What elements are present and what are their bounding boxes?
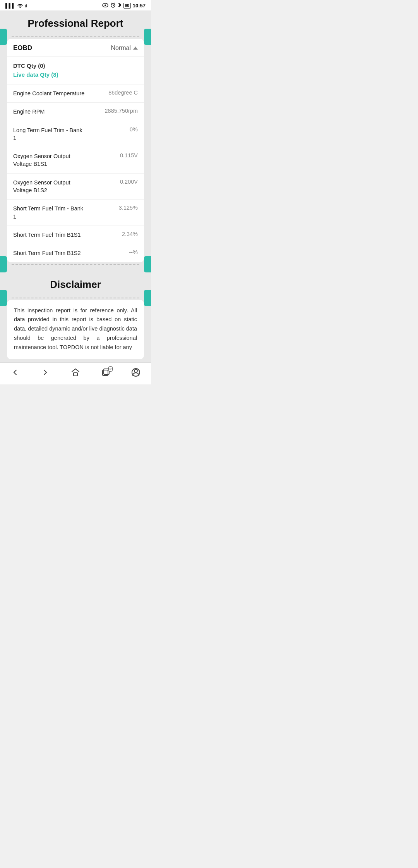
tabs-button[interactable]: 2 xyxy=(97,367,115,381)
wifi-icon xyxy=(17,3,23,9)
live-data-label: Long Term Fuel Trim - Bank 1 xyxy=(13,126,86,142)
svg-line-6 xyxy=(114,3,115,3)
disclaimer-title: Disclaimer xyxy=(0,272,151,296)
page-title: Professional Report xyxy=(0,10,151,35)
battery-icon: 90 xyxy=(123,3,131,9)
live-qty-label: Live data Qty (8) xyxy=(13,71,138,78)
live-data-list: Engine Coolant Temperature 86degree C En… xyxy=(7,84,144,262)
live-data-row: Oxygen Sensor Output Voltage B1S2 0.200V xyxy=(7,173,144,200)
profile-icon xyxy=(131,368,140,379)
svg-line-5 xyxy=(111,3,112,3)
eobd-system-label: EOBD xyxy=(13,44,32,52)
status-bar: ▌▌▌ d 90 10:57 xyxy=(0,0,151,10)
live-data-value: 3.125% xyxy=(119,205,138,211)
teal-tab-left-bottom xyxy=(0,256,7,272)
bluetooth-icon xyxy=(118,2,122,9)
live-data-label: Oxygen Sensor Output Voltage B1S2 xyxy=(13,179,86,195)
live-data-label: Engine Coolant Temperature xyxy=(13,90,84,97)
eye-icon xyxy=(102,3,108,9)
live-data-value: 0.115V xyxy=(120,152,138,158)
dtc-qty-label: DTC Qty (0) xyxy=(13,62,138,69)
live-data-label: Oxygen Sensor Output Voltage B1S1 xyxy=(13,152,86,168)
live-data-row: Short Term Fuel Trim B1S1 2.34% xyxy=(7,226,144,244)
live-data-label: Engine RPM xyxy=(13,108,45,115)
teal-tab-right-bottom xyxy=(144,256,151,272)
tabs-icon: 2 xyxy=(101,368,110,379)
live-data-row: Short Term Fuel Trim B1S2 --% xyxy=(7,244,144,262)
carrier-label: d xyxy=(25,3,27,9)
live-data-row: Short Term Fuel Trim - Bank 1 3.125% xyxy=(7,199,144,226)
teal-tab-left-disclaimer xyxy=(0,290,7,306)
live-data-value: --% xyxy=(129,249,138,255)
teal-tab-right-disclaimer xyxy=(144,290,151,306)
signal-icon: ▌▌▌ xyxy=(5,3,15,9)
eobd-status-row: Normal xyxy=(111,45,138,52)
live-data-value: 2885.750rpm xyxy=(105,108,138,114)
live-data-row: Long Term Fuel Trim - Bank 1 0% xyxy=(7,121,144,147)
status-left: ▌▌▌ d xyxy=(5,3,27,9)
back-button[interactable] xyxy=(6,367,24,381)
eobd-status-value: Normal xyxy=(111,45,131,52)
home-button[interactable] xyxy=(67,367,84,381)
disclaimer-section: Disclaimer This inspection report is for… xyxy=(0,272,151,360)
disclaimer-text: This inspection report is for reference … xyxy=(7,300,144,360)
dot-divider-bottom xyxy=(0,262,151,266)
live-data-value: 2.34% xyxy=(122,231,138,237)
status-right: 90 10:57 xyxy=(102,2,146,9)
teal-tab-left-top xyxy=(0,29,7,45)
eobd-card: EOBD Normal DTC Qty (0) Live data Qty (8… xyxy=(7,39,144,262)
live-data-row: Engine Coolant Temperature 86degree C xyxy=(7,84,144,102)
eobd-section: EOBD Normal DTC Qty (0) Live data Qty (8… xyxy=(0,35,151,266)
live-data-row: Engine RPM 2885.750rpm xyxy=(7,102,144,121)
dot-divider-top xyxy=(0,35,151,39)
forward-icon xyxy=(41,368,50,379)
svg-point-10 xyxy=(134,369,137,372)
qty-section: DTC Qty (0) Live data Qty (8) xyxy=(7,57,144,84)
live-data-value: 0.200V xyxy=(120,179,138,185)
live-data-value: 86degree C xyxy=(108,90,138,96)
alarm-icon xyxy=(110,2,116,9)
back-icon xyxy=(10,368,20,379)
teal-tab-right-top xyxy=(144,29,151,45)
svg-point-1 xyxy=(104,4,106,6)
tabs-count-badge: 2 xyxy=(108,366,113,372)
live-data-row: Oxygen Sensor Output Voltage B1S1 0.115V xyxy=(7,147,144,173)
live-data-label: Short Term Fuel Trim B1S1 xyxy=(13,231,81,239)
scroll-content: Professional Report EOBD Normal DTC Qt xyxy=(0,10,151,362)
forward-button[interactable] xyxy=(36,367,54,381)
live-data-label: Short Term Fuel Trim B1S2 xyxy=(13,249,81,257)
live-data-label: Short Term Fuel Trim - Bank 1 xyxy=(13,205,86,220)
home-icon xyxy=(71,368,80,379)
time-label: 10:57 xyxy=(133,3,146,9)
svg-rect-7 xyxy=(74,373,77,376)
profile-button[interactable] xyxy=(127,367,145,381)
chevron-up-icon[interactable] xyxy=(133,46,138,50)
disclaimer-card: This inspection report is for reference … xyxy=(7,300,144,360)
eobd-header[interactable]: EOBD Normal xyxy=(7,39,144,57)
dot-divider-disclaimer-top xyxy=(0,296,151,300)
bottom-nav: 2 xyxy=(0,362,151,384)
live-data-value: 0% xyxy=(130,126,138,133)
